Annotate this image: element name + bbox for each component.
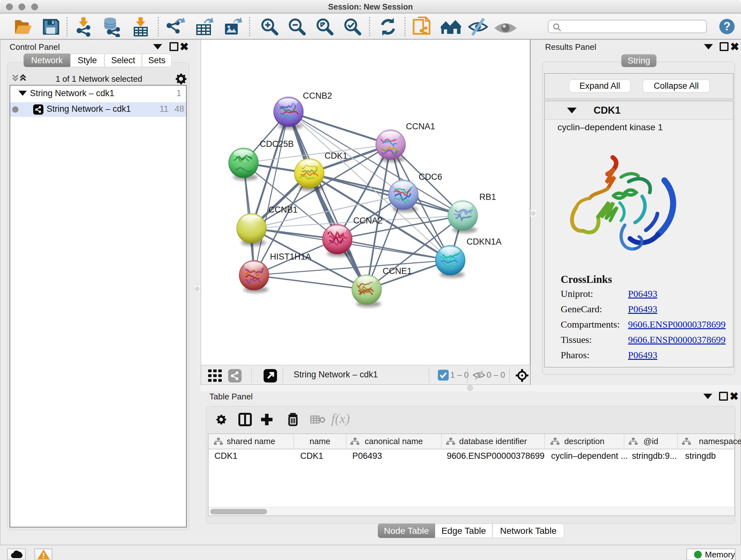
svg-text:CCNA1: CCNA1 xyxy=(406,122,435,131)
svg-text:?: ? xyxy=(724,20,731,33)
svg-text:CDKN1A: CDKN1A xyxy=(467,237,502,246)
svg-text:CCNB2: CCNB2 xyxy=(303,91,332,101)
svg-text:CCNB1: CCNB1 xyxy=(268,205,298,214)
svg-text:CDC6: CDC6 xyxy=(419,172,442,182)
svg-text:RB1: RB1 xyxy=(479,192,496,202)
svg-text:CCNA2: CCNA2 xyxy=(353,216,383,226)
svg-text:HIST1H1A: HIST1H1A xyxy=(270,252,311,261)
svg-text:CDC25B: CDC25B xyxy=(260,139,294,149)
svg-text:CCNE1: CCNE1 xyxy=(383,266,412,276)
svg-text:CDK1: CDK1 xyxy=(325,151,347,161)
